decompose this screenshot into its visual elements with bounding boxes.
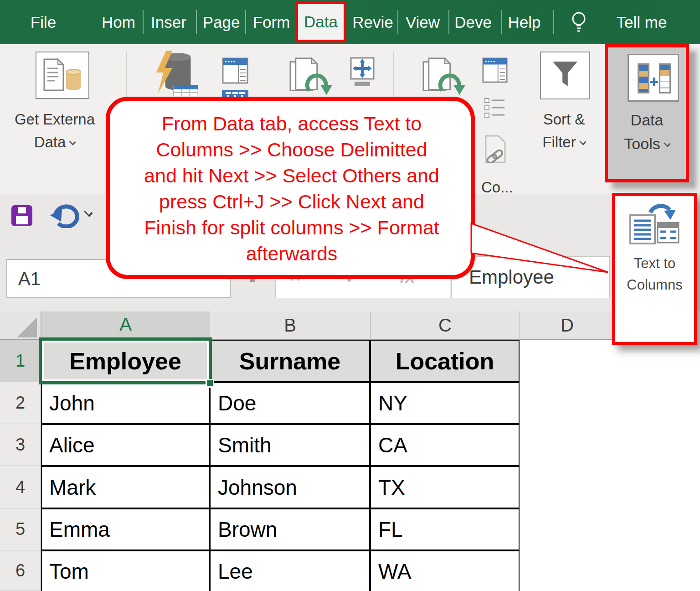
dropdown-chevron-icon — [579, 138, 586, 145]
tab-divider — [245, 10, 246, 34]
cell-c2[interactable]: NY — [370, 382, 520, 424]
menu-bar: File Hom Inser Page Form Data Revie View… — [0, 0, 700, 44]
queries-connections-button[interactable] — [482, 57, 508, 85]
sort-filter-button[interactable] — [540, 52, 590, 99]
data-tools-button[interactable]: Data Tools — [605, 44, 689, 182]
cell-a1[interactable]: Employee — [41, 340, 210, 382]
data-tools-label: Data Tools — [608, 108, 686, 156]
tab-data-active[interactable]: Data — [295, 1, 346, 42]
tell-me-box[interactable]: Tell me — [610, 0, 674, 44]
select-all-triangle-icon — [17, 317, 37, 337]
list-icon — [484, 97, 506, 120]
dropdown-chevron-icon — [664, 140, 670, 147]
fill-handle[interactable] — [206, 379, 214, 388]
cell-c1[interactable]: Location — [370, 340, 520, 382]
cell-b5[interactable]: Brown — [210, 508, 370, 550]
tab-data-label: Data — [304, 13, 338, 31]
sort-filter-label: Sort & Filter — [524, 108, 604, 154]
cell-a5[interactable]: Emma — [41, 508, 210, 550]
cell-c6[interactable]: WA — [370, 550, 520, 591]
row-header-5[interactable]: 5 — [0, 508, 41, 550]
dropdown-chevron-icon — [69, 138, 76, 145]
row-header-6[interactable]: 6 — [0, 550, 41, 591]
tab-divider — [448, 10, 449, 34]
text-to-columns-button[interactable]: Text to Columns — [612, 193, 697, 345]
text-to-columns-label: Text to Columns — [627, 253, 682, 296]
filter-funnel-icon — [551, 60, 579, 92]
data-tools-iconbox — [628, 54, 679, 102]
row-header-4[interactable]: 4 — [0, 466, 41, 508]
cell-a4[interactable]: Mark — [41, 466, 210, 508]
refresh-all-icon — [288, 57, 335, 98]
group-divider — [521, 52, 521, 189]
connections-table-icon — [482, 57, 508, 83]
group-divider — [269, 52, 269, 97]
cell-b3[interactable]: Smith — [210, 424, 370, 466]
select-all-corner[interactable] — [0, 311, 41, 340]
lightbulb-icon[interactable] — [569, 11, 589, 36]
properties-list-button[interactable] — [484, 97, 506, 122]
text-to-columns-icon — [629, 202, 680, 246]
cell-a6[interactable]: Tom — [41, 550, 210, 591]
tab-home[interactable]: Hom — [96, 0, 141, 44]
column-header-c[interactable]: C — [370, 311, 520, 340]
cell-a2[interactable]: John — [41, 382, 210, 424]
tab-help[interactable]: Help — [503, 0, 546, 44]
tab-formulas[interactable]: Form — [250, 0, 293, 44]
tab-page-layout[interactable]: Page — [200, 0, 243, 44]
formula-bar-input[interactable]: Employee — [451, 256, 610, 298]
edit-links-button[interactable] — [484, 135, 507, 165]
tab-file[interactable]: File — [25, 0, 62, 44]
row-header-2[interactable]: 2 — [0, 382, 41, 424]
get-external-data-button[interactable] — [36, 52, 89, 99]
tab-divider — [196, 10, 197, 34]
get-external-data-label: Get Externa Data — [0, 108, 109, 154]
tab-insert[interactable]: Inser — [146, 0, 191, 44]
excel-window: File Hom Inser Page Form Data Revie View… — [0, 0, 700, 591]
tab-divider — [143, 10, 144, 34]
cell-c3[interactable]: CA — [370, 424, 520, 466]
tab-divider — [501, 10, 502, 34]
refresh-data-icon — [421, 57, 469, 98]
link-icon — [484, 135, 507, 163]
tab-view[interactable]: View — [401, 0, 444, 44]
cell-b1[interactable]: Surname — [210, 340, 370, 382]
data-tools-icon — [638, 63, 649, 93]
undo-icon — [50, 203, 81, 228]
cell-b2[interactable]: Doe — [210, 382, 370, 424]
cell-b4[interactable]: Johnson — [210, 466, 370, 508]
cell-c4[interactable]: TX — [370, 466, 520, 508]
column-header-b[interactable]: B — [210, 311, 370, 340]
row-header-1[interactable]: 1 — [0, 340, 41, 382]
column-header-d[interactable]: D — [520, 311, 614, 340]
properties-icon — [350, 57, 376, 87]
tab-review[interactable]: Revie — [350, 0, 396, 44]
new-query-button[interactable] — [150, 51, 198, 98]
refresh-all-button[interactable] — [288, 57, 335, 100]
cell-b6[interactable]: Lee — [210, 550, 370, 591]
properties-button[interactable] — [350, 57, 376, 89]
tab-divider — [553, 10, 554, 34]
tab-developer[interactable]: Deve — [450, 0, 496, 44]
cell-a3[interactable]: Alice — [41, 424, 210, 466]
cell-c5[interactable]: FL — [370, 508, 520, 550]
refresh-data-button[interactable] — [421, 57, 469, 100]
annotation-callout: From Data tab, access Text to Columns >>… — [106, 97, 475, 279]
table-tools-button[interactable] — [222, 57, 248, 86]
annotation-text: From Data tab, access Text to Columns >>… — [113, 111, 471, 267]
row-header-3[interactable]: 3 — [0, 424, 41, 466]
get-external-data-icon — [41, 57, 83, 93]
table-icon — [222, 57, 248, 84]
group-divider — [393, 52, 394, 97]
new-query-icon — [150, 51, 198, 96]
column-header-a[interactable]: A — [41, 311, 210, 340]
tab-divider — [397, 10, 398, 34]
save-button[interactable] — [11, 205, 32, 226]
undo-button[interactable] — [50, 203, 81, 230]
